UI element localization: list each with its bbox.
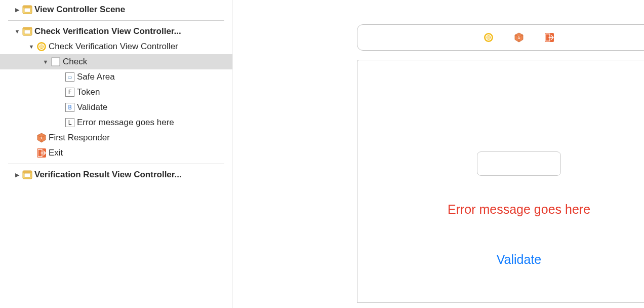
device-view[interactable]: Error message goes here Validate [357,60,644,303]
disclosure-triangle-icon[interactable]: ▶ [14,7,20,13]
outline-label: Safe Area [77,72,115,82]
storyboard-scene-icon [22,5,32,15]
label-icon: L [65,118,75,128]
document-outline: ▶ View Controller Scene ▼ Check Verifica… [0,0,233,308]
outline-textfield-token[interactable]: F Token [0,85,232,100]
disclosure-triangle-icon[interactable]: ▼ [14,28,20,34]
outline-label: Check [63,57,87,67]
textfield-icon: F [65,87,75,97]
outline-label: Error message goes here [77,118,174,128]
outline-first-responder[interactable]: First Responder [0,130,232,145]
disclosure-triangle-icon[interactable]: ▼ [43,59,49,65]
outline-button-validate[interactable]: B Validate [0,100,232,115]
view-controller-icon[interactable] [484,32,494,43]
interface-builder-canvas[interactable]: Error message goes here Validate [233,0,644,308]
scene-dock[interactable] [357,24,644,51]
outline-scene-verification-result[interactable]: ▶ Verification Result View Controller... [0,167,232,182]
outline-label: Token [77,87,100,97]
outline-label: Validate [77,102,107,112]
disclosure-triangle-icon[interactable]: ▼ [28,44,34,50]
outline-scene-view-controller[interactable]: ▶ View Controller Scene [0,2,232,17]
outline-label: Verification Result View Controller... [34,170,182,180]
view-controller-icon [36,42,47,52]
separator [8,20,224,21]
outline-label: View Controller Scene [34,5,125,15]
outline-label: First Responder [49,133,110,143]
button-icon: B [65,102,75,112]
disclosure-triangle-icon[interactable]: ▶ [14,172,20,178]
outline-label: Exit [49,148,63,158]
error-message-label: Error message goes here [448,202,590,217]
validate-button[interactable]: Validate [497,252,542,267]
first-responder-icon [36,133,47,143]
exit-icon [36,148,47,158]
storyboard-scene-icon [22,26,32,36]
first-responder-icon[interactable] [514,32,524,43]
outline-safe-area[interactable]: ▭ Safe Area [0,69,232,85]
outline-scene-check-verification[interactable]: ▼ Check Verification View Controller... [0,24,232,39]
storyboard-scene-icon [22,170,32,180]
outline-label: Check Verification View Controller [49,42,178,52]
safe-area-icon: ▭ [65,72,75,82]
outline-exit[interactable]: Exit [0,145,232,161]
outline-label: Check Verification View Controller... [34,26,181,36]
token-input[interactable] [477,151,561,176]
outline-view-check[interactable]: ▼ Check [0,54,232,69]
outline-view-controller[interactable]: ▼ Check Verification View Controller [0,39,232,54]
outline-label-error[interactable]: L Error message goes here [0,115,232,130]
exit-icon[interactable] [544,32,554,43]
separator [8,164,224,164]
uiview-icon [51,57,61,67]
